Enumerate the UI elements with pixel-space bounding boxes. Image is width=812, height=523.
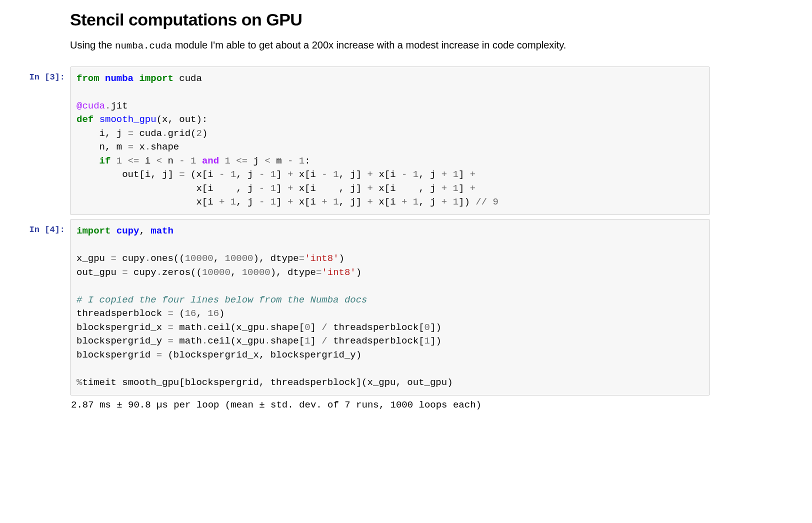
markdown-content: Stencil computations on GPU Using the nu… [70, 10, 710, 62]
cell-output: 2.87 ms ± 90.8 µs per loop (mean ± std. … [70, 396, 710, 412]
intro-text-pre: Using the [70, 40, 115, 50]
code-input-area[interactable]: import cupy, math x_gpu = cupy.ones((100… [70, 219, 710, 396]
code-block[interactable]: from numba import cuda @cuda.jit def smo… [76, 72, 704, 210]
code-input-area[interactable]: from numba import cuda @cuda.jit def smo… [70, 66, 710, 215]
code-cell-content: from numba import cuda @cuda.jit def smo… [70, 66, 710, 215]
markdown-cell: Stencil computations on GPU Using the nu… [10, 10, 710, 62]
section-heading: Stencil computations on GPU [70, 10, 710, 30]
code-cell: In [4]: import cupy, math x_gpu = cupy.o… [10, 219, 710, 412]
intro-text-post: module I'm able to get about a 200x incr… [172, 40, 566, 50]
code-cell: In [3]: from numba import cuda @cuda.jit… [10, 66, 710, 215]
notebook: Stencil computations on GPU Using the nu… [10, 10, 710, 412]
code-cell-content: import cupy, math x_gpu = cupy.ones((100… [70, 219, 710, 412]
intro-paragraph: Using the numba.cuda module I'm able to … [70, 38, 710, 54]
code-block[interactable]: import cupy, math x_gpu = cupy.ones((100… [76, 224, 704, 390]
inline-code: numba.cuda [115, 40, 172, 52]
input-prompt: In [3]: [10, 66, 70, 82]
input-prompt: In [4]: [10, 219, 70, 234]
prompt-empty [10, 10, 70, 16]
